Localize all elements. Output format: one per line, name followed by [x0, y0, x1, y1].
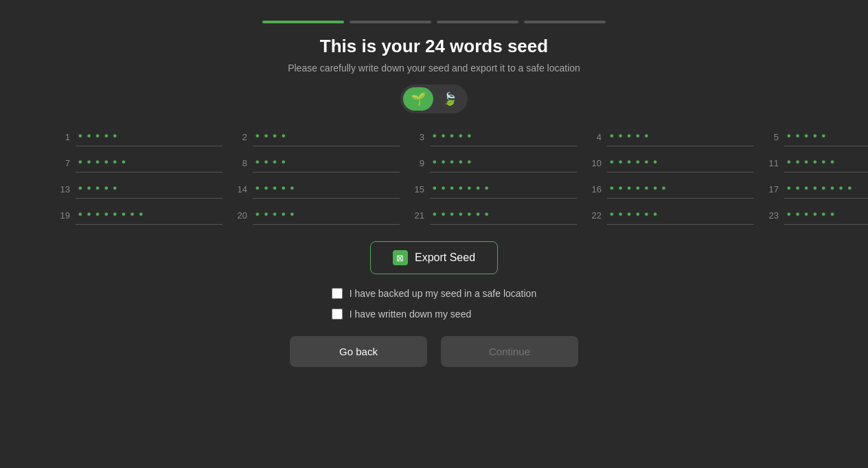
toggle-key-btn[interactable]: 🍃 — [435, 87, 465, 111]
seed-number-4: 4 — [588, 132, 602, 142]
seed-word-10[interactable] — [607, 153, 754, 172]
seed-number-21: 21 — [411, 210, 424, 221]
backup-checkbox[interactable] — [332, 288, 343, 299]
seed-number-20: 20 — [233, 210, 247, 221]
seed-word-16[interactable] — [607, 179, 754, 199]
seed-word-5[interactable] — [784, 127, 868, 146]
seed-item-4: 4 — [588, 127, 754, 146]
seed-item-16: 16 — [588, 179, 754, 199]
view-toggle: 🌱 🍃 — [400, 85, 468, 113]
seed-item-14: 14 — [233, 179, 400, 199]
seed-number-9: 9 — [411, 158, 424, 168]
seed-item-23: 23 — [765, 205, 868, 225]
backup-label: I have backed up my seed in a safe locat… — [350, 288, 536, 299]
progress-bar — [262, 21, 606, 23]
seed-item-22: 22 — [588, 205, 754, 225]
toggle-seed-btn[interactable]: 🌱 — [403, 87, 433, 111]
seed-item-20: 20 — [233, 205, 400, 225]
seed-word-17[interactable] — [784, 179, 868, 199]
seed-item-8: 8 — [233, 153, 400, 172]
seed-item-7: 7 — [56, 153, 222, 172]
seed-word-15[interactable] — [430, 179, 577, 199]
seed-item-2: 2 — [233, 127, 400, 146]
seed-word-13[interactable] — [76, 179, 222, 199]
seed-number-14: 14 — [233, 184, 247, 194]
seed-number-13: 13 — [56, 184, 70, 194]
seed-number-11: 11 — [765, 158, 779, 168]
seed-number-8: 8 — [233, 158, 247, 168]
export-seed-label: Export Seed — [415, 252, 475, 264]
seed-item-17: 17 — [765, 179, 868, 199]
seed-word-2[interactable] — [253, 127, 400, 146]
seed-word-21[interactable] — [430, 205, 577, 225]
seed-number-17: 17 — [765, 184, 779, 194]
seed-item-13: 13 — [56, 179, 222, 199]
seed-word-9[interactable] — [430, 153, 577, 172]
seed-item-5: 5 — [765, 127, 868, 146]
written-checkbox[interactable] — [332, 309, 343, 320]
seed-grid: 123456789101112131415161718192021222324 — [56, 127, 812, 225]
seed-word-23[interactable] — [784, 205, 868, 225]
confirmation-checkboxes: I have backed up my seed in a safe locat… — [332, 288, 536, 320]
export-seed-button[interactable]: ⊠ Export Seed — [370, 241, 498, 274]
seed-number-2: 2 — [233, 132, 247, 142]
progress-segment-2 — [350, 21, 431, 23]
export-icon: ⊠ — [393, 250, 408, 265]
seed-item-21: 21 — [411, 205, 577, 225]
seed-item-11: 11 — [765, 153, 868, 172]
seed-number-7: 7 — [56, 158, 70, 168]
seed-word-7[interactable] — [76, 153, 222, 172]
seed-word-1[interactable] — [76, 127, 222, 146]
seed-word-22[interactable] — [607, 205, 754, 225]
written-label: I have written down my seed — [350, 309, 471, 320]
seed-word-4[interactable] — [607, 127, 754, 146]
seed-word-3[interactable] — [430, 127, 577, 146]
seed-number-19: 19 — [56, 210, 70, 221]
seed-number-16: 16 — [588, 184, 602, 194]
seed-number-15: 15 — [411, 184, 424, 194]
progress-segment-4 — [524, 21, 606, 23]
written-checkbox-row[interactable]: I have written down my seed — [332, 309, 471, 320]
seed-item-9: 9 — [411, 153, 577, 172]
seed-item-10: 10 — [588, 153, 754, 172]
seed-word-20[interactable] — [253, 205, 400, 225]
seed-item-1: 1 — [56, 127, 222, 146]
seed-word-8[interactable] — [253, 153, 400, 172]
backup-checkbox-row[interactable]: I have backed up my seed in a safe locat… — [332, 288, 536, 299]
seed-number-10: 10 — [588, 158, 602, 168]
seed-number-23: 23 — [765, 210, 779, 221]
seed-number-3: 3 — [411, 132, 424, 142]
seed-number-5: 5 — [765, 132, 779, 142]
seed-word-14[interactable] — [253, 179, 400, 199]
progress-segment-3 — [437, 21, 518, 23]
page-title: This is your 24 words seed — [320, 36, 548, 57]
page-subtitle: Please carefully write down your seed an… — [288, 63, 580, 74]
seed-word-19[interactable] — [76, 205, 222, 225]
seed-item-15: 15 — [411, 179, 577, 199]
bottom-actions: Go back Continue — [290, 336, 578, 367]
go-back-button[interactable]: Go back — [290, 336, 427, 367]
continue-button[interactable]: Continue — [441, 336, 578, 367]
seed-item-3: 3 — [411, 127, 577, 146]
seed-number-22: 22 — [588, 210, 602, 221]
seed-number-1: 1 — [56, 132, 70, 142]
progress-segment-1 — [262, 21, 344, 23]
seed-word-11[interactable] — [784, 153, 868, 172]
seed-item-19: 19 — [56, 205, 222, 225]
